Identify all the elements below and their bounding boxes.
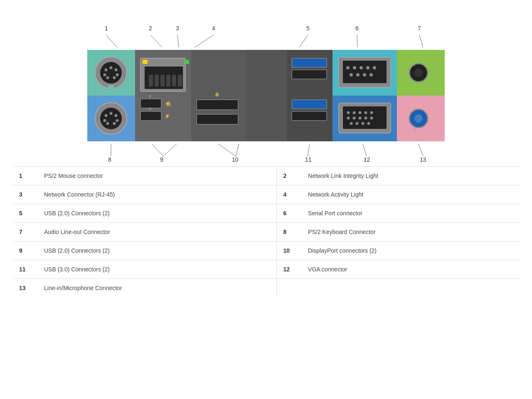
svg-point-25 [113,76,116,79]
connector-number-left: 11 [12,260,37,279]
svg-rect-38 [184,60,189,64]
svg-line-2 [177,35,179,47]
svg-rect-43 [166,75,170,86]
svg-line-4 [299,35,308,47]
svg-line-98 [308,144,310,156]
connector-number-left: 13 [12,279,37,298]
label-9: 9 [160,156,163,163]
svg-point-20 [110,66,113,69]
connector-number-right: 12 [276,260,301,279]
label-11: 11 [305,156,312,163]
svg-line-96 [218,144,236,156]
svg-point-86 [414,69,423,77]
connector-desc-left: Line-in/Microphone Connector [37,279,276,298]
back-panel-diagram: ⚡ ⚡ 🔒 🔒 [87,50,445,141]
svg-line-0 [106,35,117,47]
connector-number-right: 8 [276,223,301,241]
table-row: 7 Audio Line-out Connector 8 PS/2 Keyboa… [12,223,520,241]
svg-rect-52 [197,114,238,124]
svg-rect-54 [292,58,327,67]
table-row: 3 Network Connector (RJ-45) 4 Network Ac… [12,185,520,204]
svg-point-21 [115,69,118,71]
top-number-labels: 1 2 3 4 5 6 7 [87,25,445,50]
connector-number-right: 4 [276,185,301,204]
svg-point-24 [106,76,109,79]
svg-rect-44 [172,75,176,86]
connector-desc-right: DisplayPort connectors (2) [301,241,520,260]
svg-rect-57 [292,111,327,121]
connector-desc-left: Audio Line-out Connector [37,223,276,241]
svg-text:ψ: ψ [149,106,151,111]
svg-point-19 [105,69,108,71]
svg-point-67 [363,73,366,76]
svg-rect-56 [292,100,327,109]
table-row: 1 PS/2 Mouse connector 2 Network Link In… [12,167,520,185]
connector-number-right: 6 [276,204,301,223]
label-12: 12 [364,156,370,163]
connector-number-right [276,279,301,298]
connector-desc-left: PS/2 Mouse connector [37,167,276,185]
svg-point-72 [353,111,356,114]
svg-rect-37 [143,60,148,64]
label-13: 13 [420,156,426,163]
svg-point-32 [103,119,106,122]
svg-line-1 [150,35,162,47]
svg-point-78 [359,117,362,120]
svg-point-83 [362,122,365,125]
svg-point-89 [414,114,423,123]
svg-line-5 [357,35,357,47]
svg-rect-47 [140,111,161,121]
svg-rect-40 [149,75,153,86]
connector-desc-right: VGA connector [301,260,520,279]
svg-text:↑: ↑ [413,61,416,68]
bottom-number-labels: 8 9 10 11 12 13 [87,141,445,166]
svg-rect-45 [178,75,182,86]
diagram-container: 1 2 3 4 5 6 7 [79,25,453,166]
svg-point-77 [353,117,356,120]
svg-rect-51 [197,100,238,110]
svg-line-6 [419,35,423,47]
svg-rect-41 [155,75,159,86]
connector-table: 1 PS/2 Mouse connector 2 Network Link In… [12,166,520,297]
svg-text:🔒: 🔒 [214,91,220,97]
svg-point-68 [369,73,373,76]
svg-point-63 [366,66,369,69]
svg-line-99 [363,144,367,156]
svg-point-31 [115,114,118,117]
connector-number-left: 7 [12,223,37,241]
table-row: 13 Line-in/Microphone Connector [12,279,520,298]
table-row: 11 USB (3.0) Connectors (2) 12 VGA conne… [12,260,520,279]
connector-desc-left: USB (2.0) Connectors (2) [37,241,276,260]
svg-point-28 [100,108,122,129]
svg-text:↓: ↓ [413,126,416,133]
connector-desc-left: USB (2.0) Connectors (2) [37,204,276,223]
svg-rect-42 [160,75,165,86]
panel-svg: ⚡ ⚡ 🔒 🔒 [87,50,445,141]
svg-text:ψ: ψ [149,94,151,98]
svg-text:🔒: 🔒 [166,101,172,106]
svg-point-71 [347,111,350,114]
svg-line-94 [152,144,163,156]
svg-point-30 [110,112,113,115]
svg-point-18 [100,62,122,84]
connector-desc-right: Network Activity Light [301,185,520,204]
svg-line-100 [419,144,423,156]
svg-line-95 [163,144,177,156]
svg-point-76 [347,117,350,120]
svg-point-65 [350,73,353,76]
svg-point-61 [353,66,356,69]
connector-number-left: 9 [12,241,37,260]
connector-desc-left: USB (3.0) Connectors (2) [37,260,276,279]
svg-point-79 [365,117,367,120]
connector-number-right: 10 [276,241,301,260]
connector-desc-right: PS/2 Keyboard Connector [301,223,520,241]
svg-line-97 [236,144,239,156]
label-8: 8 [108,156,111,163]
svg-point-73 [359,111,362,114]
connector-number-right: 2 [276,167,301,185]
connector-desc-right: Serial Port connector [301,204,520,223]
connector-desc-right [301,279,520,298]
svg-point-29 [105,114,108,117]
svg-rect-26 [108,85,114,88]
connector-number-left: 5 [12,204,37,223]
